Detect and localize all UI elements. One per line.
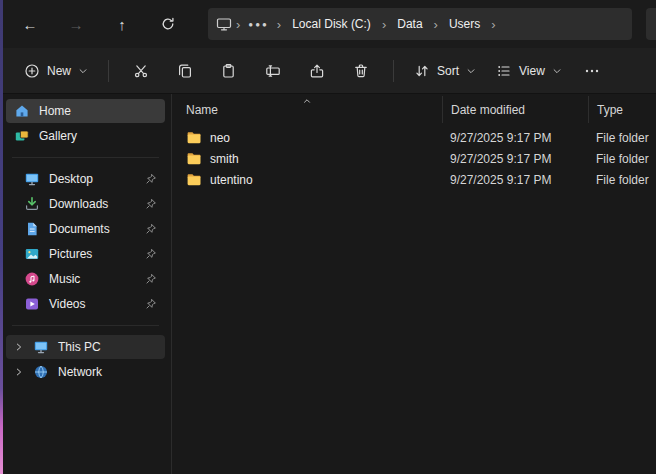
chevron-down-icon	[466, 66, 476, 76]
cut-button[interactable]	[121, 55, 161, 87]
file-row-utentino[interactable]: utentino 9/27/2025 9:17 PM File folder	[172, 169, 656, 190]
share-icon	[309, 63, 325, 79]
new-button-label: New	[47, 64, 71, 78]
breadcrumb-item-users[interactable]: Users	[442, 14, 487, 34]
command-toolbar: New	[0, 48, 656, 94]
sidebar-item-this-pc[interactable]: This PC	[6, 335, 165, 359]
window-edge-accent	[0, 0, 3, 474]
breadcrumb-chevron: ›	[432, 17, 440, 32]
file-row-neo[interactable]: neo 9/27/2025 9:17 PM File folder	[172, 127, 656, 148]
more-options-button[interactable]	[574, 55, 610, 87]
music-icon	[24, 271, 40, 287]
sidebar-item-label: Pictures	[49, 247, 92, 261]
sidebar-item-documents[interactable]: Documents	[16, 217, 165, 241]
breadcrumb-item-data[interactable]: Data	[390, 14, 429, 34]
downloads-icon	[24, 196, 40, 212]
breadcrumb-overflow[interactable]: ●●●	[244, 20, 273, 29]
column-header-name-label: Name	[186, 103, 218, 117]
sort-icon	[414, 63, 430, 79]
documents-icon	[24, 221, 40, 237]
sidebar-item-music[interactable]: Music	[16, 267, 165, 291]
file-name: smith	[210, 152, 239, 166]
chevron-down-icon	[78, 66, 88, 76]
back-button[interactable]: ←	[10, 7, 50, 41]
sort-ascending-icon	[302, 96, 312, 106]
pin-icon	[145, 248, 157, 260]
chevron-down-icon	[552, 66, 562, 76]
copy-icon	[177, 63, 193, 79]
videos-icon	[24, 296, 40, 312]
sidebar-item-label: Home	[39, 104, 71, 118]
sidebar-item-videos[interactable]: Videos	[16, 292, 165, 316]
breadcrumb-item-drive[interactable]: Local Disk (C:)	[285, 14, 378, 34]
view-icon	[496, 63, 512, 79]
view-button[interactable]: View	[486, 55, 572, 87]
sidebar: Home Gallery Desktop	[0, 94, 172, 474]
forward-button[interactable]: →	[56, 7, 96, 41]
file-row-smith[interactable]: smith 9/27/2025 9:17 PM File folder	[172, 148, 656, 169]
file-type: File folder	[588, 152, 656, 166]
search-input[interactable]: Se	[646, 8, 656, 40]
plus-icon	[24, 63, 40, 79]
trash-icon	[353, 63, 369, 79]
sidebar-item-downloads[interactable]: Downloads	[16, 192, 165, 216]
pin-icon	[145, 198, 157, 210]
toolbar-divider	[393, 60, 394, 82]
column-header-row: Name Date modified Type	[172, 96, 656, 123]
sidebar-item-gallery[interactable]: Gallery	[6, 124, 165, 148]
sidebar-item-pictures[interactable]: Pictures	[16, 242, 165, 266]
desktop-icon	[24, 171, 40, 187]
sidebar-item-home[interactable]: Home	[6, 99, 165, 123]
column-header-date-modified[interactable]: Date modified	[442, 96, 588, 123]
home-icon	[14, 103, 30, 119]
file-date: 9/27/2025 9:17 PM	[442, 173, 588, 187]
column-header-date-label: Date modified	[451, 103, 525, 117]
breadcrumb-chevron: ›	[234, 17, 242, 32]
rename-button[interactable]	[253, 55, 293, 87]
up-icon: ↑	[118, 16, 126, 33]
file-type: File folder	[588, 173, 656, 187]
ellipsis-icon	[584, 63, 600, 79]
pin-icon	[145, 223, 157, 235]
sidebar-item-label: Videos	[49, 297, 85, 311]
file-name: utentino	[210, 173, 253, 187]
refresh-icon	[160, 16, 176, 32]
sidebar-item-label: Network	[58, 365, 102, 379]
sidebar-item-label: Downloads	[49, 197, 108, 211]
delete-button[interactable]	[341, 55, 381, 87]
breadcrumb-chevron: ›	[380, 17, 388, 32]
pin-icon	[145, 273, 157, 285]
column-header-name[interactable]: Name	[172, 96, 442, 123]
sidebar-item-label: Desktop	[49, 172, 93, 186]
sidebar-item-network[interactable]: Network	[6, 360, 165, 384]
pictures-icon	[24, 246, 40, 262]
scissors-icon	[133, 63, 149, 79]
paste-button[interactable]	[209, 55, 249, 87]
pin-icon	[145, 173, 157, 185]
file-date: 9/27/2025 9:17 PM	[442, 152, 588, 166]
address-bar[interactable]: › ●●● › Local Disk (C:) › Data › Users ›	[208, 8, 632, 40]
sort-button[interactable]: Sort	[404, 55, 486, 87]
paste-icon	[221, 63, 237, 79]
breadcrumb-chevron: ›	[489, 17, 497, 32]
folder-icon	[186, 172, 202, 188]
file-date: 9/27/2025 9:17 PM	[442, 131, 588, 145]
device-icon[interactable]	[216, 16, 232, 32]
folder-icon	[186, 130, 202, 146]
network-icon	[33, 364, 49, 380]
breadcrumb-chevron: ›	[275, 17, 283, 32]
pin-icon	[145, 298, 157, 310]
up-button[interactable]: ↑	[102, 7, 142, 41]
sidebar-item-desktop[interactable]: Desktop	[16, 167, 165, 191]
file-name: neo	[210, 131, 230, 145]
file-type: File folder	[588, 131, 656, 145]
copy-button[interactable]	[165, 55, 205, 87]
sidebar-divider	[12, 325, 159, 326]
chevron-right-icon	[14, 342, 24, 352]
sort-button-label: Sort	[437, 64, 459, 78]
new-button[interactable]: New	[14, 55, 98, 87]
column-header-type[interactable]: Type	[588, 96, 656, 123]
share-button[interactable]	[297, 55, 337, 87]
refresh-button[interactable]	[148, 7, 188, 41]
this-pc-icon	[33, 339, 49, 355]
